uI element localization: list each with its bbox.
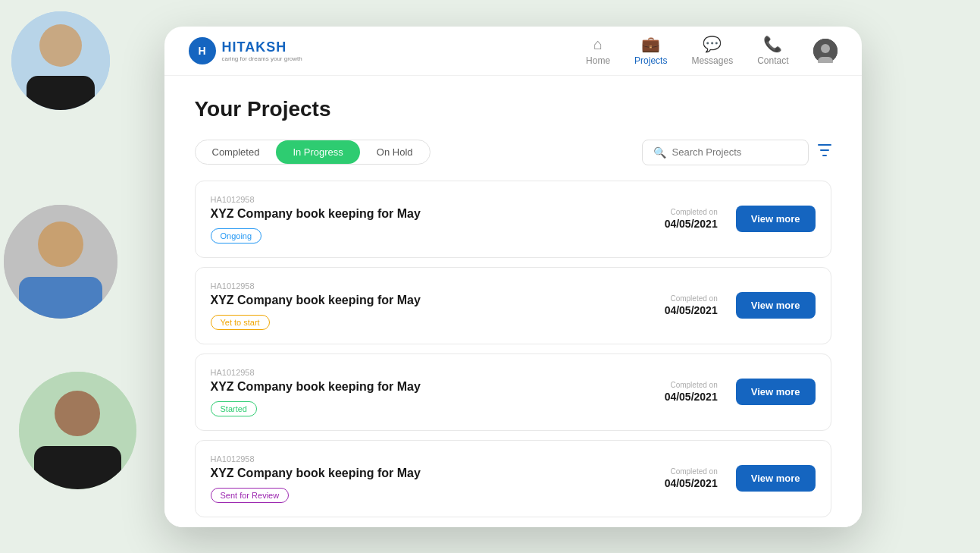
project-id-3: HA1012958 <box>211 454 421 463</box>
project-left-2: HA1012958 XYZ Company book keeping for M… <box>211 368 421 416</box>
view-more-button-0[interactable]: View more <box>736 206 816 232</box>
svg-point-10 <box>821 44 830 53</box>
filter-bar: Completed In Progress On Hold 🔍 <box>195 140 831 165</box>
project-card: HA1012958 XYZ Company book keeping for M… <box>195 267 831 344</box>
project-card: HA1012958 XYZ Company book keeping for M… <box>195 440 831 517</box>
filter-icon[interactable] <box>818 144 831 160</box>
view-more-button-2[interactable]: View more <box>736 379 816 405</box>
avatar-person-1 <box>11 11 110 110</box>
completed-label-3: Completed on <box>670 467 717 476</box>
completed-info-2: Completed on 04/05/2021 <box>665 381 718 403</box>
project-left-1: HA1012958 XYZ Company book keeping for M… <box>211 281 421 330</box>
avatar-1 <box>11 11 110 110</box>
logo-tagline: caring for dreams your growth <box>222 55 302 62</box>
contact-icon: 📞 <box>763 35 782 53</box>
messages-icon: 💬 <box>703 35 722 53</box>
user-avatar[interactable] <box>813 39 838 63</box>
nav-item-contact[interactable]: 📞 Contact <box>757 35 788 66</box>
completed-date-0: 04/05/2021 <box>665 218 718 230</box>
svg-point-7 <box>55 391 100 436</box>
project-badge-1: Yet to start <box>211 315 270 330</box>
project-right-3: Completed on 04/05/2021 View more <box>665 465 816 492</box>
project-left-0: HA1012958 XYZ Company book keeping for M… <box>211 195 421 244</box>
project-badge-2: Started <box>211 401 257 416</box>
avatar-2 <box>4 205 117 319</box>
svg-rect-2 <box>27 76 95 110</box>
nav-items: ⌂ Home 💼 Projects 💬 Messages 📞 Contact <box>586 35 837 66</box>
completed-label-1: Completed on <box>670 294 717 303</box>
logo-text: HITAKSH caring for dreams your growth <box>222 39 302 62</box>
project-right-0: Completed on 04/05/2021 View more <box>665 206 816 232</box>
project-right-1: Completed on 04/05/2021 View more <box>665 292 816 319</box>
view-more-button-1[interactable]: View more <box>736 292 816 319</box>
project-card: HA1012958 XYZ Company book keeping for M… <box>195 353 831 431</box>
search-icon: 🔍 <box>653 146 666 159</box>
project-name-1: XYZ Company book keeping for May <box>211 294 421 307</box>
completed-label-0: Completed on <box>670 208 717 216</box>
main-content: Your Projects Completed In Progress On H… <box>164 76 862 527</box>
logo-area: H HITAKSH caring for dreams your growth <box>189 37 302 64</box>
completed-info-1: Completed on 04/05/2021 <box>665 294 718 316</box>
search-box[interactable]: 🔍 <box>642 140 809 165</box>
project-card: HA1012958 XYZ Company book keeping for M… <box>195 181 831 258</box>
nav-item-home[interactable]: ⌂ Home <box>586 36 610 66</box>
page-title: Your Projects <box>195 97 831 121</box>
logo-icon: H <box>189 37 216 64</box>
nav-label-contact: Contact <box>757 55 788 66</box>
project-name-3: XYZ Company book keeping for May <box>211 467 421 480</box>
tab-completed[interactable]: Completed <box>196 140 277 164</box>
view-more-button-3[interactable]: View more <box>736 465 816 492</box>
project-badge-0: Ongoing <box>211 228 262 244</box>
svg-point-1 <box>39 24 82 67</box>
project-list: HA1012958 XYZ Company book keeping for M… <box>195 181 831 517</box>
completed-date-2: 04/05/2021 <box>665 391 718 403</box>
nav-item-messages[interactable]: 💬 Messages <box>691 35 733 66</box>
project-id-2: HA1012958 <box>211 368 421 377</box>
completed-info-0: Completed on 04/05/2021 <box>665 208 718 230</box>
tab-group: Completed In Progress On Hold <box>195 140 431 165</box>
avatar-person-3 <box>19 372 136 489</box>
device-frame: H HITAKSH caring for dreams your growth … <box>164 27 862 527</box>
project-right-2: Completed on 04/05/2021 View more <box>665 379 816 405</box>
logo-name: HITAKSH <box>222 39 302 55</box>
nav-label-projects: Projects <box>634 55 667 66</box>
project-left-3: HA1012958 XYZ Company book keeping for M… <box>211 454 421 503</box>
project-name-0: XYZ Company book keeping for May <box>211 207 421 221</box>
home-icon: ⌂ <box>593 36 603 53</box>
completed-date-3: 04/05/2021 <box>665 477 718 489</box>
project-id-1: HA1012958 <box>211 281 421 291</box>
project-name-2: XYZ Company book keeping for May <box>211 380 421 394</box>
projects-icon: 💼 <box>641 35 660 53</box>
svg-rect-8 <box>34 446 121 489</box>
search-input[interactable] <box>672 146 797 158</box>
tab-in-progress[interactable]: In Progress <box>276 140 359 164</box>
completed-info-3: Completed on 04/05/2021 <box>665 467 718 489</box>
nav-label-messages: Messages <box>691 55 733 66</box>
nav-item-projects[interactable]: 💼 Projects <box>634 35 667 66</box>
svg-rect-11 <box>818 57 833 63</box>
project-id-0: HA1012958 <box>211 195 421 204</box>
completed-date-1: 04/05/2021 <box>665 304 718 316</box>
navbar: H HITAKSH caring for dreams your growth … <box>164 27 862 76</box>
avatar-3 <box>19 372 136 489</box>
search-area: 🔍 <box>642 140 831 165</box>
nav-label-home: Home <box>586 55 610 66</box>
tab-on-hold[interactable]: On Hold <box>360 140 430 164</box>
svg-point-4 <box>38 222 83 267</box>
avatar-person-2 <box>4 205 117 319</box>
project-badge-3: Sent for Review <box>211 488 290 503</box>
svg-rect-5 <box>19 277 102 319</box>
completed-label-2: Completed on <box>670 381 717 389</box>
